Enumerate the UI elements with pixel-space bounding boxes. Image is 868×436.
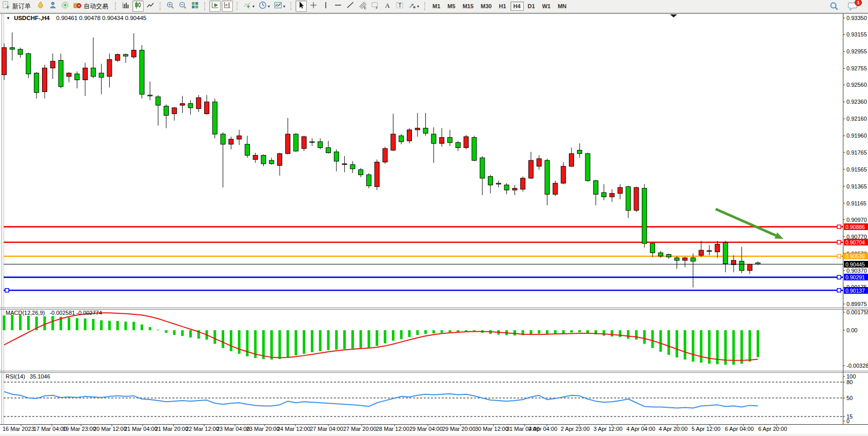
templates-button[interactable]: ▾ bbox=[272, 1, 287, 12]
periods-button[interactable]: ▾ bbox=[257, 1, 271, 12]
auto-trading-button[interactable]: 自动交易 bbox=[72, 1, 111, 12]
text-label-icon: T bbox=[396, 1, 404, 11]
macd-histogram-bar bbox=[659, 330, 662, 352]
macd-histogram-bar bbox=[132, 322, 135, 330]
candle bbox=[448, 130, 452, 146]
timeframe-mn-button[interactable]: MN bbox=[555, 2, 569, 11]
search-button[interactable] bbox=[828, 1, 840, 12]
timeframe-h1-button[interactable]: H1 bbox=[496, 2, 509, 11]
macd-histogram-bar bbox=[84, 318, 87, 330]
candle bbox=[75, 71, 80, 88]
marker-tool-button[interactable] bbox=[35, 1, 46, 12]
line-handle-right[interactable] bbox=[837, 275, 841, 279]
text-button[interactable]: A bbox=[382, 1, 393, 12]
candle bbox=[545, 159, 549, 205]
timeframe-m1-button[interactable]: M1 bbox=[429, 2, 443, 11]
auto-scroll-button[interactable] bbox=[209, 1, 221, 12]
timeframe-m30-button[interactable]: M30 bbox=[478, 2, 495, 11]
templates-icon bbox=[274, 1, 282, 11]
macd-histogram-bar bbox=[189, 330, 192, 337]
macd-histogram-bar bbox=[627, 330, 629, 339]
line-chart-button[interactable] bbox=[145, 1, 156, 12]
templates-button-dropdown-icon[interactable]: ▾ bbox=[283, 4, 285, 9]
new-order-button[interactable]: +新订单 bbox=[1, 1, 34, 12]
cursor-button[interactable] bbox=[295, 1, 307, 12]
tile-windows-button[interactable] bbox=[189, 1, 201, 12]
candle bbox=[675, 256, 679, 269]
horizontal-line-button[interactable] bbox=[332, 1, 344, 12]
line-handle-right[interactable] bbox=[837, 289, 841, 292]
candle bbox=[83, 63, 88, 96]
macd-histogram-bar bbox=[441, 330, 443, 333]
candle bbox=[367, 173, 371, 188]
timeframe-w1-button[interactable]: W1 bbox=[539, 2, 554, 11]
chart-shift-button[interactable] bbox=[222, 1, 233, 12]
fibonacci-button[interactable]: E bbox=[357, 1, 368, 12]
toolbar-separator bbox=[204, 2, 206, 10]
candle bbox=[229, 137, 233, 149]
candle bbox=[732, 255, 736, 272]
text-label-button[interactable]: T bbox=[394, 1, 405, 12]
macd-histogram-bar bbox=[684, 330, 686, 359]
macd-histogram-bar bbox=[546, 330, 548, 334]
candle bbox=[521, 177, 525, 192]
macd-histogram-bar bbox=[230, 330, 232, 351]
chart-shift-marker[interactable] bbox=[670, 14, 677, 17]
timeframe-h4-button[interactable]: H4 bbox=[510, 2, 524, 11]
indicators-button-dropdown-icon[interactable]: ▾ bbox=[252, 4, 254, 9]
candle bbox=[529, 152, 534, 179]
candle bbox=[602, 184, 606, 200]
line-handle-left[interactable] bbox=[5, 289, 9, 292]
annotation-arrow[interactable] bbox=[716, 209, 776, 236]
timeframe-m15-button[interactable]: M15 bbox=[460, 2, 477, 11]
zoom-out-button[interactable] bbox=[177, 1, 188, 12]
macd-histogram-bar bbox=[748, 330, 751, 362]
candle bbox=[278, 153, 282, 176]
macd-histogram-bar bbox=[733, 330, 735, 365]
candle bbox=[286, 118, 290, 155]
crosshair-button[interactable] bbox=[308, 1, 319, 12]
trendline-icon bbox=[346, 1, 354, 11]
macd-histogram-bar bbox=[335, 330, 338, 350]
macd-histogram-bar bbox=[635, 330, 638, 339]
line-handle-right[interactable] bbox=[837, 240, 841, 244]
macd-histogram-bar bbox=[116, 321, 119, 330]
periods-button-dropdown-icon[interactable]: ▾ bbox=[268, 4, 270, 9]
candle bbox=[26, 53, 31, 79]
candle bbox=[18, 48, 23, 58]
line-handle-right[interactable] bbox=[837, 254, 841, 258]
candle bbox=[723, 241, 728, 272]
signals-button[interactable] bbox=[60, 1, 71, 12]
candle bbox=[642, 184, 647, 248]
fibonacci-grid-button[interactable]: F bbox=[369, 1, 381, 12]
candle bbox=[342, 156, 347, 172]
candle bbox=[131, 33, 136, 59]
indicators-button[interactable]: +▾ bbox=[242, 1, 256, 12]
macd-histogram-bar bbox=[125, 321, 127, 330]
arrows-button[interactable]: ▾ bbox=[406, 1, 421, 12]
macd-histogram-bar bbox=[740, 330, 743, 364]
notification-badge: 1 bbox=[855, 0, 862, 6]
macd-histogram-bar bbox=[327, 330, 330, 350]
candle bbox=[504, 183, 509, 194]
vertical-line-button[interactable] bbox=[320, 1, 331, 12]
svg-text:+: + bbox=[6, 4, 10, 10]
symbol-dropdown-icon[interactable]: ▼ bbox=[6, 16, 10, 21]
candle bbox=[569, 148, 574, 167]
arrows-button-dropdown-icon[interactable]: ▾ bbox=[417, 4, 419, 9]
notifications-button[interactable]: 1 bbox=[846, 1, 860, 12]
candlestick-chart-button[interactable] bbox=[132, 1, 144, 12]
candle bbox=[512, 185, 517, 195]
zoom-in-button[interactable] bbox=[165, 1, 176, 12]
candle bbox=[2, 44, 7, 80]
tile-windows-icon bbox=[191, 1, 199, 11]
annotation-arrow-head[interactable] bbox=[775, 233, 783, 239]
timeframe-d1-button[interactable]: D1 bbox=[525, 2, 538, 11]
macd-indicator-label: MACD(12,26,9) -0.002581 -0.002774 bbox=[6, 310, 102, 316]
trendline-button[interactable] bbox=[345, 1, 356, 12]
timeframe-m5-button[interactable]: M5 bbox=[444, 2, 458, 11]
candle bbox=[577, 143, 582, 158]
line-handle-right[interactable] bbox=[837, 225, 841, 229]
profile-button[interactable] bbox=[47, 1, 58, 12]
bar-chart-button[interactable] bbox=[120, 1, 131, 12]
